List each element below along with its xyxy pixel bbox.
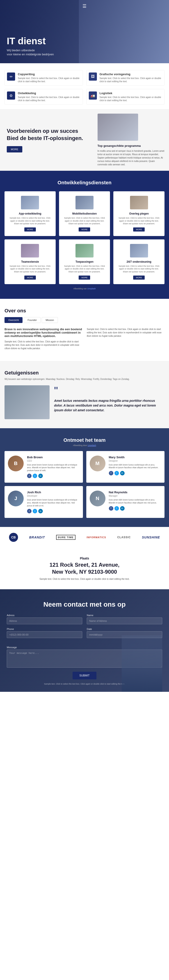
promo-left: Voorbereiden op uw succes Bied de beste … [0, 109, 93, 171]
promo-button[interactable]: MORE [7, 146, 22, 153]
submit-button[interactable]: SUBMIT [73, 672, 96, 679]
team-social-bob-brown: f t in [27, 474, 79, 478]
grafische-desc: Sample text. Click to select the text bo… [100, 77, 162, 83]
dev-card-app-image [21, 196, 39, 209]
facebook-icon-bob[interactable]: f [27, 474, 32, 478]
testimonials-section: Getuigenissen Wij bouwen aan webdesign o… [0, 361, 169, 428]
dev-card-overleg-title: Overleg plegen [117, 212, 161, 215]
services-grid: ✏ Copywriting Sample text. Click to sele… [5, 70, 164, 105]
promo-right: Top gesangschikte programma In mollis ur… [93, 109, 169, 171]
phone-input[interactable] [7, 631, 82, 638]
team-desc-mary-smith: Duis amet nibh lorem luctus scelerisque … [109, 463, 161, 469]
grafische-title: Grafische vormgeving [100, 73, 162, 76]
testimonials-text: " Amet luctus venenatis lectus magna fri… [54, 385, 164, 419]
promo-image-caption: Top gesangschikte programma [98, 144, 165, 148]
about-left-title: Brave is een innovatieve weboplossing di… [5, 328, 82, 338]
twitter-icon-mary[interactable]: t [114, 471, 119, 476]
twitter-icon-nat[interactable]: t [114, 506, 119, 511]
about-right: Sample text. Click to select the text bo… [87, 328, 164, 352]
dev-card-mobiel[interactable]: Mobiliteitsdiensten Sample text. Click t… [59, 191, 110, 236]
copywriting-content: Copywriting Sample text. Click to select… [18, 73, 81, 83]
services-section: ✏ Copywriting Sample text. Click to sele… [0, 63, 169, 109]
about-left-text: Sample text. Click to select the text bo… [5, 340, 82, 350]
team-social-josh-rich: f t in [27, 509, 79, 513]
avatar-josh-rich: J [8, 490, 24, 506]
dev-card-support[interactable]: 24/7 ondersteuning Sample text. Click to… [113, 239, 164, 284]
testimonials-title: Getuigenissen [5, 370, 164, 376]
ontwikkeling-icon: ⚙ [7, 91, 15, 100]
twitter-icon-josh[interactable]: t [33, 509, 37, 513]
service-item-logistiek[interactable]: 🚛 Logistiek Sample text. Click to select… [86, 89, 165, 105]
service-item-ontwikkeling[interactable]: ⚙ Ontwikkeling Sample text. Click to sel… [5, 89, 83, 105]
dev-footer-link[interactable]: Unsplash [87, 288, 96, 290]
location-content: Sample text. Click to select the text bo… [5, 578, 164, 580]
location-street: 121 Rock Sreet, 21 Avenue, [5, 561, 164, 568]
ontwikkeling-desc: Sample text. Click to select the text bo… [18, 96, 81, 102]
team-card-bob-brown: B Bob Brown CEO Duis amet lorem lorem lu… [5, 451, 83, 483]
logo-sunshine: Sunshine [142, 536, 160, 539]
testimonials-quote: Amet luctus venenatis lectus magna fring… [54, 398, 164, 413]
team-role-mary-smith: Designer [109, 460, 161, 462]
phone-label: Phone [7, 628, 82, 630]
dev-card-app-btn[interactable]: MORE [24, 228, 36, 232]
dev-card-overleg-btn[interactable]: MORE [133, 228, 145, 232]
hero-subtitle: Wij bieden uitbestede voor kleine en mid… [7, 48, 54, 56]
about-right-text: Sample text. Click to select the text bo… [87, 328, 164, 338]
linkedin-icon-mary[interactable]: in [120, 471, 125, 476]
tab-overzicht[interactable]: Overzicht [5, 317, 22, 323]
team-info-bob-brown: Bob Brown CEO Duis amet lorem lorem luct… [27, 455, 79, 478]
promo-section: Voorbereiden op uw succes Bied de beste … [0, 109, 169, 171]
promo-title: Voorbereiden op uw succes Bied de beste … [7, 127, 86, 142]
dev-card-toepassingen-title: Toepassingen [62, 260, 107, 263]
dev-card-toepassingen-btn[interactable]: MORE [79, 275, 90, 280]
team-unsplash-link[interactable]: Unsplash [88, 444, 96, 447]
dev-card-team-btn[interactable]: MORE [24, 275, 36, 280]
team-desc-nat-reynolds: Duis amet nibh lorem luctus scelerisque … [109, 498, 161, 504]
name-input[interactable] [87, 617, 162, 624]
logistiek-desc: Sample text. Click to select the text bo… [100, 96, 162, 102]
address-input[interactable] [7, 617, 82, 624]
facebook-icon-nat[interactable]: f [109, 506, 113, 511]
hero-title: IT dienst [7, 36, 54, 46]
dev-card-support-btn[interactable]: MORE [133, 275, 145, 280]
team-desc-bob-brown: Duis amet lorem lorem luctus scelerisque… [27, 463, 79, 472]
dev-services-title: Ontwikkelingsdiensten [5, 180, 164, 186]
team-role-bob-brown: CEO [27, 460, 79, 462]
linkedin-icon-bob[interactable]: in [38, 474, 43, 478]
team-social-mary-smith: f t in [109, 471, 161, 476]
grafische-content: Grafische vormgeving Sample text. Click … [100, 73, 162, 83]
service-item-grafische[interactable]: 🖼 Grafische vormgeving Sample text. Clic… [86, 70, 165, 86]
facebook-icon-mary[interactable]: f [109, 471, 113, 476]
dev-card-team[interactable]: Teamextensie Sample text. Click to selec… [5, 239, 56, 284]
facebook-icon-josh[interactable]: f [27, 509, 32, 513]
team-name-mary-smith: Mary Smith [109, 455, 161, 459]
team-name-josh-rich: Josh Rich [27, 490, 79, 494]
dev-card-overleg-desc: Sample text. Click to select the text bo… [117, 216, 161, 225]
hero-section: ☰ IT dienst Wij bieden uitbestede voor k… [0, 0, 169, 63]
linkedin-icon-nat[interactable]: in [120, 506, 125, 511]
service-item-copywriting[interactable]: ✏ Copywriting Sample text. Click to sele… [5, 70, 83, 86]
dev-card-app-title: App-ontwikkeling [8, 212, 52, 215]
linkedin-icon-josh[interactable]: in [38, 509, 43, 513]
logo-duretime: ÐURE TIME [56, 535, 76, 540]
tab-mission[interactable]: Mission [42, 317, 58, 323]
about-left: Brave is een innovatieve weboplossing di… [5, 328, 82, 352]
logo-informatics: INFORMATICS [87, 536, 106, 539]
dev-card-toepassingen[interactable]: Toepassingen Sample text. Click to selec… [59, 239, 110, 284]
testimonials-image [5, 385, 50, 419]
tab-founder[interactable]: Founder [24, 317, 41, 323]
avatar-mary-smith: M [90, 455, 106, 471]
dev-card-mobiel-title: Mobiliteitsdiensten [62, 212, 107, 215]
dev-card-app[interactable]: App-ontwikkeling Sample text. Click to s… [5, 191, 56, 236]
location-city: New York, NY 92103-9000 [5, 568, 164, 575]
dev-card-overleg[interactable]: Overleg plegen Sample text. Click to sel… [113, 191, 164, 236]
menu-icon[interactable]: ☰ [82, 3, 87, 9]
quote-icon: " [54, 385, 164, 396]
dev-card-mobiel-btn[interactable]: MORE [79, 228, 90, 232]
about-tabs: Overzicht Founder Mission [5, 317, 164, 323]
logo-classic: CLASSIC [117, 536, 131, 539]
twitter-icon-bob[interactable]: t [33, 474, 37, 478]
team-role-josh-rich: Developer [27, 495, 79, 497]
team-name-nat-reynolds: Nat Reynolds [109, 490, 161, 494]
about-section: Over ons Overzicht Founder Mission Brave… [0, 299, 169, 361]
